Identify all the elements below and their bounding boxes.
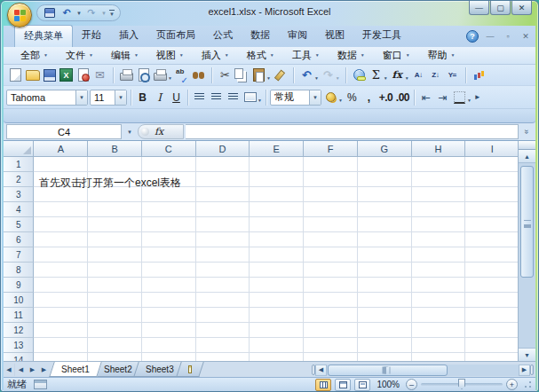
next-sheet-button[interactable]: ▶ bbox=[27, 364, 38, 376]
cell-G1[interactable] bbox=[358, 157, 412, 172]
column-header-B[interactable]: B bbox=[88, 141, 142, 157]
zoom-out-button[interactable]: – bbox=[406, 379, 417, 390]
row-header-7[interactable]: 7 bbox=[4, 247, 34, 263]
cell-F11[interactable] bbox=[304, 308, 358, 323]
last-sheet-button[interactable]: ▶ bbox=[38, 364, 50, 376]
ribbon-tab-classic-menu[interactable]: 经典菜单 bbox=[14, 25, 73, 47]
cell-F6[interactable] bbox=[304, 232, 358, 247]
cell-A14[interactable] bbox=[34, 353, 88, 361]
mail-button[interactable]: ✉ bbox=[91, 67, 108, 84]
cell-B7[interactable] bbox=[88, 247, 142, 263]
cell-C8[interactable] bbox=[142, 263, 196, 278]
cell-B8[interactable] bbox=[88, 263, 142, 278]
name-box-caret-icon[interactable]: ▼ bbox=[123, 129, 136, 135]
cell-G13[interactable] bbox=[358, 338, 412, 353]
decrease-indent-button[interactable]: ⇤ bbox=[417, 89, 434, 106]
select-all-corner[interactable] bbox=[4, 141, 34, 157]
column-header-G[interactable]: G bbox=[358, 141, 412, 157]
cell-B9[interactable] bbox=[88, 278, 142, 293]
normal-view-button[interactable] bbox=[315, 379, 331, 391]
close-button[interactable]: ✕ bbox=[511, 1, 532, 15]
cell-C5[interactable] bbox=[142, 217, 196, 232]
chevron-down-icon[interactable]: ▼ bbox=[309, 90, 321, 105]
ribbon-tab-home[interactable]: 开始 bbox=[73, 25, 110, 47]
cell-E4[interactable] bbox=[250, 202, 304, 217]
workbook-minimize-button[interactable]: — bbox=[484, 32, 496, 41]
sortza-button[interactable]: Z↓ bbox=[427, 67, 444, 84]
number-format-select[interactable]: 常规 ▼ bbox=[270, 90, 321, 106]
row-header-9[interactable]: 9 bbox=[4, 278, 34, 293]
column-header-I[interactable]: I bbox=[465, 141, 519, 157]
research-button[interactable] bbox=[190, 67, 207, 84]
column-header-A[interactable]: A bbox=[34, 141, 88, 157]
cell-E8[interactable] bbox=[250, 263, 304, 278]
cell-G10[interactable] bbox=[358, 293, 412, 308]
cell-I12[interactable] bbox=[465, 323, 519, 338]
ribbon-tab-formulas[interactable]: 公式 bbox=[204, 25, 242, 47]
chevron-down-icon[interactable]: ▼ bbox=[115, 90, 126, 105]
cell-B13[interactable] bbox=[88, 338, 142, 353]
copy-button[interactable] bbox=[234, 67, 250, 84]
cell-E2[interactable] bbox=[250, 172, 304, 187]
toolbar-overflow-button[interactable]: ► bbox=[474, 93, 481, 101]
cell-E6[interactable] bbox=[250, 232, 304, 247]
cell-F3[interactable] bbox=[304, 187, 358, 202]
previous-sheet-button[interactable]: ◀ bbox=[15, 364, 27, 376]
underline-button[interactable]: U bbox=[168, 89, 185, 106]
cell-H11[interactable] bbox=[412, 308, 466, 323]
cell-D2[interactable] bbox=[196, 172, 250, 187]
cell-D4[interactable] bbox=[196, 202, 250, 217]
ribbon-tab-insert[interactable]: 插入 bbox=[110, 25, 147, 47]
cell-H5[interactable] bbox=[412, 217, 466, 232]
new-button[interactable] bbox=[7, 67, 24, 84]
menu-item-view[interactable]: 视图▼ bbox=[148, 47, 192, 65]
ribbon-tab-data[interactable]: 数据 bbox=[242, 25, 279, 47]
cell-G14[interactable] bbox=[358, 353, 412, 361]
cell-G11[interactable] bbox=[358, 308, 412, 323]
cell-B6[interactable] bbox=[88, 232, 142, 247]
save-button[interactable] bbox=[41, 67, 58, 84]
chart-button[interactable] bbox=[471, 67, 487, 84]
print-button[interactable] bbox=[118, 67, 135, 84]
cell-A10[interactable] bbox=[34, 293, 88, 308]
cell-C12[interactable] bbox=[142, 323, 196, 338]
horizontal-scroll-track[interactable] bbox=[327, 365, 519, 376]
decrease-decimal-button[interactable]: .00 bbox=[394, 89, 411, 106]
row-header-5[interactable]: 5 bbox=[4, 217, 34, 232]
cell-D1[interactable] bbox=[196, 157, 250, 172]
office-button[interactable] bbox=[7, 3, 32, 27]
cell-H4[interactable] bbox=[412, 202, 466, 217]
cell-C13[interactable] bbox=[142, 338, 196, 353]
cut-button[interactable]: ✂ bbox=[217, 67, 234, 84]
cell-B4[interactable] bbox=[88, 202, 142, 217]
cell-A9[interactable] bbox=[34, 278, 88, 293]
cell-grid[interactable]: ABCDEFGHI1234567891011121314 bbox=[4, 141, 519, 361]
row-header-4[interactable]: 4 bbox=[4, 202, 34, 217]
cell-D3[interactable] bbox=[196, 187, 250, 202]
chevron-down-icon[interactable]: ▼ bbox=[336, 75, 340, 81]
cell-C9[interactable] bbox=[142, 278, 196, 293]
workbook-close-button[interactable]: ✕ bbox=[519, 32, 532, 41]
cell-I8[interactable] bbox=[465, 263, 519, 278]
cell-G3[interactable] bbox=[358, 187, 412, 202]
cell-C14[interactable] bbox=[142, 353, 196, 361]
scroll-left-icon[interactable]: ◀ bbox=[315, 365, 327, 376]
comma-style-button[interactable]: , bbox=[361, 89, 377, 106]
scroll-down-icon[interactable]: ▼ bbox=[519, 348, 535, 361]
cell-E1[interactable] bbox=[250, 157, 304, 172]
row-header-11[interactable]: 11 bbox=[4, 308, 34, 323]
column-header-D[interactable]: D bbox=[196, 141, 250, 157]
column-header-C[interactable]: C bbox=[142, 141, 196, 157]
font-size-select[interactable]: 11 ▼ bbox=[90, 90, 127, 106]
horizontal-scrollbar[interactable]: ◀ ▶ bbox=[312, 364, 534, 376]
cell-I5[interactable] bbox=[465, 217, 519, 232]
cell-E5[interactable] bbox=[250, 217, 304, 232]
cell-G9[interactable] bbox=[358, 278, 412, 293]
name-box[interactable]: C4 bbox=[6, 124, 122, 139]
column-header-F[interactable]: F bbox=[304, 141, 358, 157]
cell-I4[interactable] bbox=[465, 202, 519, 217]
cell-I2[interactable] bbox=[465, 172, 519, 187]
horizontal-scroll-thumb[interactable] bbox=[328, 365, 448, 376]
cell-B11[interactable] bbox=[88, 308, 142, 323]
cell-I7[interactable] bbox=[465, 247, 519, 263]
